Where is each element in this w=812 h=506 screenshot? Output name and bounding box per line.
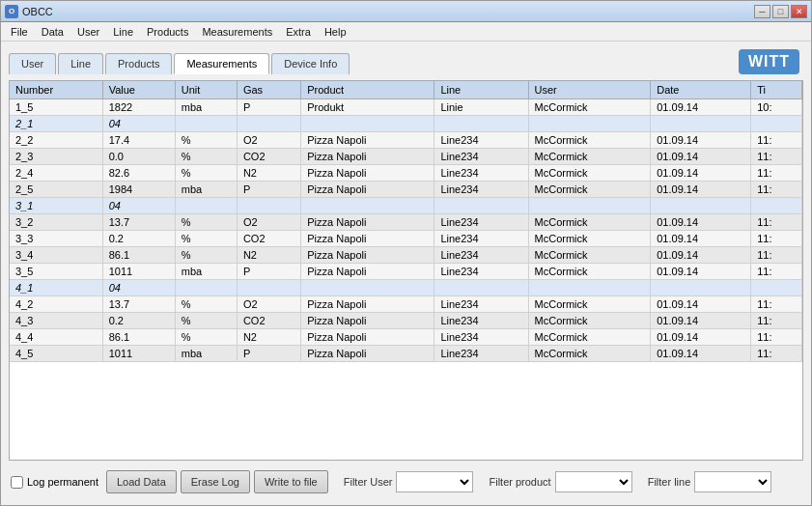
- cell-date: 01.09.14: [651, 99, 751, 116]
- cell-user: McCormick: [528, 247, 651, 264]
- tab-measurements[interactable]: Measurements: [174, 53, 269, 74]
- table-row: 2_51984mbaPPizza NapoliLine234McCormick0…: [10, 182, 802, 198]
- minimize-button[interactable]: ─: [754, 5, 770, 18]
- cell-number: 4_4: [10, 329, 102, 346]
- cell-value: 1011: [102, 346, 175, 362]
- data-table-container[interactable]: Number Value Unit Gas Product Line User …: [9, 80, 803, 461]
- log-permanent-checkbox[interactable]: [11, 476, 23, 489]
- cell-product: Pizza Napoli: [301, 313, 434, 329]
- cell-ti: 11:: [751, 264, 802, 280]
- cell-date: 01.09.14: [651, 296, 751, 313]
- cell-ti: 11:: [751, 165, 802, 182]
- cell-gas: CO2: [237, 313, 300, 329]
- filter-user-group: Filter User: [344, 471, 474, 492]
- cell-unit: %: [175, 231, 237, 247]
- cell-date: 01.09.14: [651, 182, 751, 198]
- filter-user-select[interactable]: [396, 471, 473, 492]
- tab-user[interactable]: User: [9, 53, 56, 74]
- cell-gas: O2: [237, 132, 300, 149]
- cell-gas: P: [237, 99, 300, 116]
- tabs-row: User Line Products Measurements Device I…: [9, 49, 803, 74]
- cell-number: 2_1: [10, 116, 102, 132]
- cell-unit: mba: [175, 99, 237, 116]
- cell-line: Line234: [434, 231, 528, 247]
- table-header-row: Number Value Unit Gas Product Line User …: [10, 81, 802, 99]
- cell-unit: [175, 280, 237, 296]
- cell-value: 13.7: [102, 296, 175, 313]
- filter-line-select[interactable]: [694, 471, 771, 492]
- titlebar-left: O OBCC: [5, 5, 53, 18]
- cell-gas: [237, 280, 300, 296]
- cell-line: [434, 198, 528, 214]
- cell-unit: %: [175, 329, 237, 346]
- cell-number: 2_3: [10, 149, 102, 165]
- table-row: 1_51822mbaPProduktLinieMcCormick01.09.14…: [10, 99, 802, 116]
- maximize-button[interactable]: □: [772, 5, 789, 18]
- cell-product: [301, 280, 434, 296]
- menu-measurements[interactable]: Measurements: [196, 24, 278, 40]
- cell-value: 0.2: [102, 231, 175, 247]
- log-permanent-label[interactable]: Log permanent: [11, 476, 98, 489]
- cell-unit: %: [175, 214, 237, 231]
- cell-gas: O2: [237, 296, 300, 313]
- tab-line[interactable]: Line: [58, 53, 103, 74]
- cell-number: 4_1: [10, 280, 102, 296]
- menu-help[interactable]: Help: [319, 24, 352, 40]
- table-row: 3_486.1%N2Pizza NapoliLine234McCormick01…: [10, 247, 802, 264]
- tab-products[interactable]: Products: [105, 53, 172, 74]
- cell-user: McCormick: [528, 346, 651, 362]
- erase-log-button[interactable]: Erase Log: [181, 470, 250, 493]
- col-unit: Unit: [175, 81, 237, 99]
- cell-gas: O2: [237, 214, 300, 231]
- cell-gas: N2: [237, 329, 300, 346]
- cell-date: 01.09.14: [651, 149, 751, 165]
- cell-line: [434, 280, 528, 296]
- menu-extra[interactable]: Extra: [280, 24, 317, 40]
- cell-product: Pizza Napoli: [301, 247, 434, 264]
- cell-user: McCormick: [528, 99, 651, 116]
- cell-value: 17.4: [102, 132, 175, 149]
- cell-gas: [237, 198, 300, 214]
- cell-value: 86.1: [102, 329, 175, 346]
- filter-line-group: Filter line: [648, 471, 772, 492]
- table-row: 4_104: [10, 280, 802, 296]
- filter-user-label: Filter User: [344, 476, 393, 488]
- write-to-file-button[interactable]: Write to file: [254, 470, 328, 493]
- cell-date: 01.09.14: [651, 132, 751, 149]
- cell-ti: 11:: [751, 214, 802, 231]
- table-row: 3_104: [10, 198, 802, 214]
- cell-number: 3_4: [10, 247, 102, 264]
- cell-gas: N2: [237, 165, 300, 182]
- cell-date: 01.09.14: [651, 313, 751, 329]
- cell-ti: 11:: [751, 231, 802, 247]
- filter-product-select[interactable]: [555, 471, 632, 492]
- cell-value: 13.7: [102, 214, 175, 231]
- menu-line[interactable]: Line: [107, 24, 139, 40]
- cell-user: McCormick: [528, 132, 651, 149]
- cell-product: Pizza Napoli: [301, 165, 434, 182]
- cell-value: 0.2: [102, 313, 175, 329]
- tab-device-info[interactable]: Device Info: [271, 53, 350, 74]
- cell-unit: mba: [175, 264, 237, 280]
- cell-gas: CO2: [237, 149, 300, 165]
- cell-value: 82.6: [102, 165, 175, 182]
- menu-file[interactable]: File: [5, 24, 34, 40]
- cell-number: 2_5: [10, 182, 102, 198]
- content-area: User Line Products Measurements Device I…: [1, 42, 811, 505]
- cell-ti: 10:: [751, 99, 802, 116]
- cell-date: 01.09.14: [651, 264, 751, 280]
- menu-data[interactable]: Data: [36, 24, 70, 40]
- measurements-table: Number Value Unit Gas Product Line User …: [10, 81, 802, 362]
- table-row: 4_51011mbaPPizza NapoliLine234McCormick0…: [10, 346, 802, 362]
- col-gas: Gas: [237, 81, 300, 99]
- menu-user[interactable]: User: [71, 24, 105, 40]
- menu-products[interactable]: Products: [141, 24, 194, 40]
- cell-user: [528, 198, 651, 214]
- table-row: 2_217.4%O2Pizza NapoliLine234McCormick01…: [10, 132, 802, 149]
- cell-user: McCormick: [528, 182, 651, 198]
- load-data-button[interactable]: Load Data: [106, 470, 177, 493]
- cell-date: 01.09.14: [651, 214, 751, 231]
- close-button[interactable]: ✕: [791, 5, 807, 18]
- cell-user: McCormick: [528, 149, 651, 165]
- main-window: O OBCC ─ □ ✕ File Data User Line Product…: [0, 0, 812, 506]
